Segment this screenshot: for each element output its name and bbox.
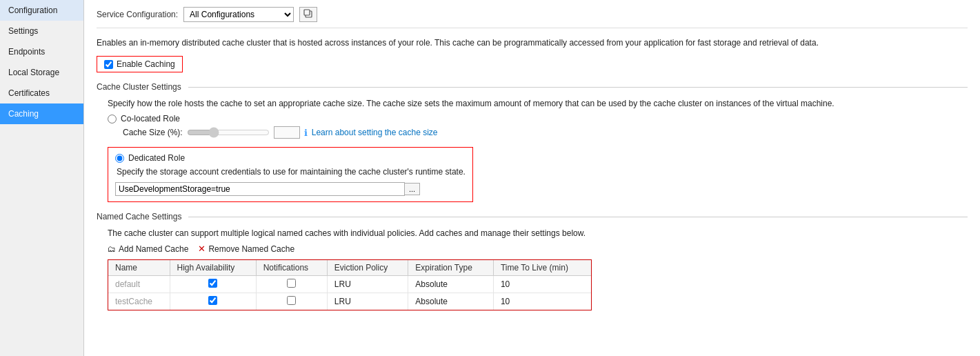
cache-cluster-body: Specify how the role hosts the cache to … [97, 99, 968, 202]
browse-button[interactable]: ... [405, 183, 420, 195]
cell-eviction: LRU [327, 276, 408, 293]
learn-link[interactable]: Learn about setting the cache size [312, 128, 438, 137]
cell-name: testCache [108, 293, 170, 310]
dedicated-role-box: Dedicated Role Specify the storage accou… [108, 147, 473, 202]
svg-rect-1 [304, 10, 310, 15]
enable-caching-checkbox[interactable] [104, 60, 113, 69]
cell-ttl: 10 [493, 293, 591, 310]
main-content: Service Configuration: All Configuration… [84, 0, 980, 356]
cell-ttl: 10 [493, 276, 591, 293]
sidebar: Configuration Settings Endpoints Local S… [0, 0, 84, 356]
cache-size-label: Cache Size (%): [123, 128, 183, 137]
sidebar-item-configuration[interactable]: Configuration [0, 0, 83, 21]
dedicated-radio-row: Dedicated Role [115, 153, 466, 163]
remove-icon: ✕ [198, 244, 206, 254]
cell-name: default [108, 276, 170, 293]
enable-caching-label[interactable]: Enable Caching [117, 59, 175, 69]
notifications-checkbox[interactable] [287, 279, 296, 288]
co-located-radio[interactable] [108, 115, 117, 123]
sidebar-item-endpoints[interactable]: Endpoints [0, 41, 83, 62]
cache-size-slider[interactable] [187, 127, 270, 138]
sidebar-item-settings[interactable]: Settings [0, 21, 83, 41]
high-avail-checkbox[interactable] [208, 279, 217, 288]
col-ttl: Time To Live (min) [493, 260, 591, 276]
cache-size-input[interactable] [274, 126, 300, 139]
enable-caching-box: Enable Caching [97, 56, 183, 72]
named-cache-body: The cache cluster can support multiple l… [97, 228, 968, 313]
storage-input[interactable] [115, 182, 405, 196]
high-avail-checkbox[interactable] [208, 296, 217, 305]
service-config-select[interactable]: All Configurations [183, 7, 294, 22]
sidebar-item-caching[interactable]: Caching [0, 103, 83, 124]
col-high-avail: High Availability [170, 260, 256, 276]
cell-notifications [256, 293, 327, 310]
service-config-label: Service Configuration: [97, 10, 178, 19]
col-expiration: Expiration Type [408, 260, 494, 276]
cell-expiration: Absolute [408, 276, 494, 293]
named-cache-toolbar: 🗂 Add Named Cache ✕ Remove Named Cache [108, 244, 968, 254]
add-named-cache-button[interactable]: 🗂 Add Named Cache [108, 244, 188, 254]
co-located-radio-row: Co-located Role [108, 114, 968, 123]
col-name: Name [108, 260, 170, 276]
copy-config-button[interactable] [299, 7, 317, 22]
cache-cluster-header: Cache Cluster Settings [97, 82, 968, 92]
cache-table: Name High Availability Notifications Evi… [108, 260, 591, 310]
sidebar-item-local-storage[interactable]: Local Storage [0, 62, 83, 83]
named-cache-header: Named Cache Settings [97, 212, 968, 221]
cell-eviction: LRU [327, 293, 408, 310]
caching-description: Enables an in-memory distributed cache c… [97, 37, 968, 49]
storage-row: ... [115, 182, 466, 196]
sidebar-item-certificates[interactable]: Certificates [0, 83, 83, 103]
info-icon: ℹ [304, 128, 308, 138]
cell-expiration: Absolute [408, 293, 494, 310]
cache-cluster-section: Cache Cluster Settings Specify how the r… [97, 82, 968, 202]
col-eviction: Eviction Policy [327, 260, 408, 276]
dedicated-radio[interactable] [115, 154, 124, 163]
cache-table-wrapper: Name High Availability Notifications Evi… [108, 259, 592, 310]
cell-high-avail [170, 276, 256, 293]
remove-named-cache-label: Remove Named Cache [208, 244, 294, 254]
add-icon: 🗂 [108, 244, 116, 254]
table-row: defaultLRUAbsolute10 [108, 276, 591, 293]
cache-size-row: Cache Size (%): ℹ Learn about setting th… [108, 126, 968, 139]
cache-cluster-spec: Specify how the role hosts the cache to … [108, 99, 968, 108]
named-cache-desc: The cache cluster can support multiple l… [108, 228, 968, 238]
add-named-cache-label: Add Named Cache [119, 244, 188, 254]
notifications-checkbox[interactable] [287, 296, 296, 305]
col-notifications: Notifications [256, 260, 327, 276]
named-cache-section: Named Cache Settings The cache cluster c… [97, 212, 968, 313]
service-config-row: Service Configuration: All Configuration… [97, 7, 968, 28]
dedicated-desc: Specify the storage account credentials … [117, 167, 466, 177]
cell-notifications [256, 276, 327, 293]
cell-high-avail [170, 293, 256, 310]
co-located-label[interactable]: Co-located Role [121, 114, 180, 123]
dedicated-label[interactable]: Dedicated Role [128, 153, 185, 163]
table-row: testCacheLRUAbsolute10 [108, 293, 591, 310]
remove-named-cache-button[interactable]: ✕ Remove Named Cache [198, 244, 294, 254]
